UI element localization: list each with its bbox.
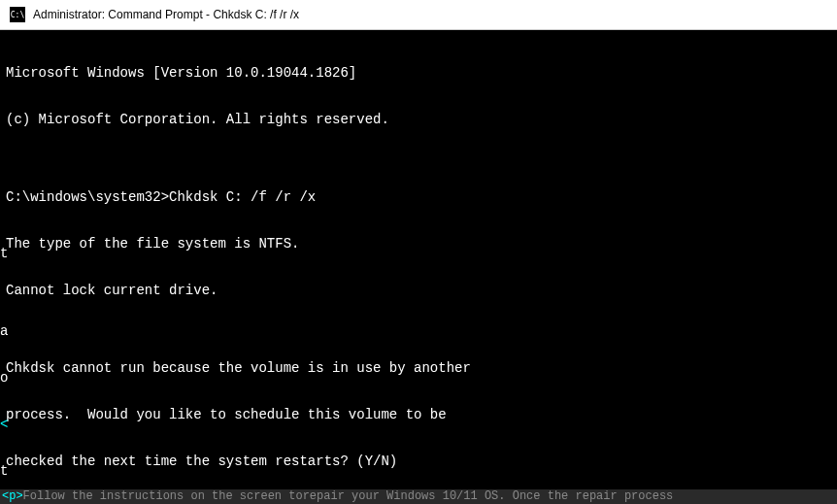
output-line: The type of the file system is NTFS. bbox=[6, 236, 831, 252]
output-line: checked the next time the system restart… bbox=[6, 454, 831, 469]
output-line: process. Would you like to schedule this… bbox=[6, 407, 831, 422]
html-tag-artifact: <p> bbox=[2, 489, 23, 503]
bottom-artifact-bar: <p>Follow the instructions on the screen… bbox=[0, 489, 837, 504]
prompt-path: C:\windows\system32> bbox=[6, 189, 169, 205]
left-edge-artifact: t a o < t < c < < r f s i f < R < c bbox=[0, 215, 33, 504]
cmd-icon: C:\ bbox=[10, 7, 25, 22]
bottom-text: Follow the instructions on the screen to… bbox=[23, 489, 674, 503]
output-line: Chkdsk cannot run because the volume is … bbox=[6, 360, 831, 376]
output-line: Microsoft Windows [Version 10.0.19044.18… bbox=[6, 65, 831, 81]
window-title: Administrator: Command Prompt - Chkdsk C… bbox=[33, 8, 299, 21]
output-line: (c) Microsoft Corporation. All rights re… bbox=[6, 112, 831, 127]
output-line: Cannot lock current drive. bbox=[6, 283, 831, 298]
entered-command: Chkdsk C: /f /r /x bbox=[169, 189, 316, 205]
window-title-bar[interactable]: C:\ Administrator: Command Prompt - Chkd… bbox=[0, 0, 837, 30]
terminal-output-area[interactable]: Microsoft Windows [Version 10.0.19044.18… bbox=[0, 30, 837, 489]
prompt-line: C:\windows\system32>Chkdsk C: /f /r /x bbox=[6, 189, 831, 205]
